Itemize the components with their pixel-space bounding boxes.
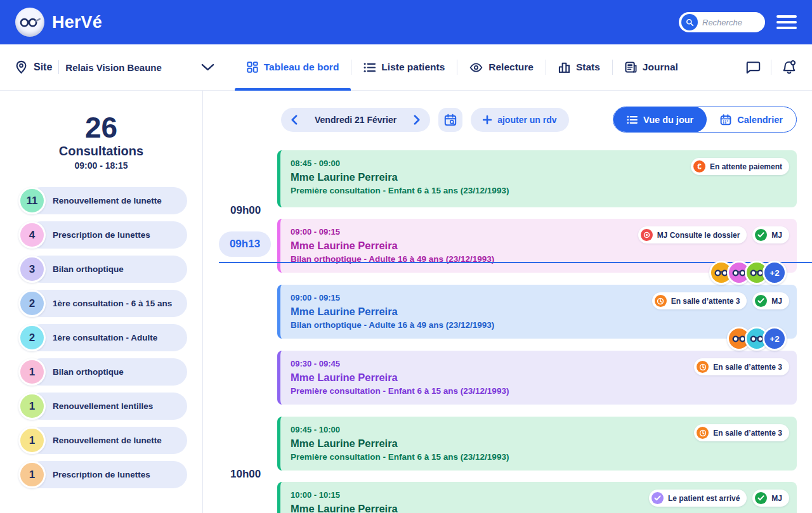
stat-pill: 1 Prescription de lunettes xyxy=(27,461,187,488)
record-icon xyxy=(641,229,653,241)
tab-label: Relecture xyxy=(488,62,534,73)
check-icon xyxy=(755,492,767,504)
stat-pill: 3 Bilan orthoptique xyxy=(27,256,187,283)
view-day-button[interactable]: Vue du jour xyxy=(613,107,707,133)
stat-pill: 4 Prescription de lunettes xyxy=(27,221,187,249)
divider xyxy=(771,60,771,75)
divider xyxy=(58,60,59,74)
search-icon[interactable] xyxy=(681,14,698,30)
stat-count-badge: 11 xyxy=(18,187,46,214)
status-badge: MJ Consulte le dossier xyxy=(638,226,747,244)
stat-count-badge: 4 xyxy=(18,221,46,249)
tab-label: Tableau de bord xyxy=(264,62,339,73)
appointment-card[interactable]: 09:30 - 09:45 Mme Laurine Perreira Premi… xyxy=(277,351,797,405)
stat-count-badge: 1 xyxy=(18,358,46,386)
glasses-logo-icon xyxy=(15,8,44,37)
chevron-down-icon[interactable] xyxy=(201,63,214,71)
clock-icon xyxy=(655,295,667,307)
view-day-label: Vue du jour xyxy=(643,115,693,125)
schedule-area: Vendredi 21 Février ajouter un rdv xyxy=(203,91,812,513)
status-badge: MJ xyxy=(752,292,789,309)
status-badge: En salle d’attente 3 xyxy=(694,358,789,375)
plus-icon xyxy=(483,115,492,124)
badge-label: Le patient est arrivé xyxy=(668,494,740,503)
stat-label: Renouvellement lentilles xyxy=(53,401,153,411)
list-icon xyxy=(363,62,376,73)
appointment-card[interactable]: 09:45 - 10:00 Mme Laurine Perreira Premi… xyxy=(277,417,797,471)
appointment-detail: Première consultation - Enfant 6 à 15 an… xyxy=(291,386,787,396)
chat-icon[interactable] xyxy=(745,60,761,75)
status-badge: € En attente paiement xyxy=(691,158,789,175)
check-icon xyxy=(652,492,664,504)
brand-name: HerVé xyxy=(52,13,102,32)
appointment-detail: Première consultation - Enfant 6 à 15 an… xyxy=(291,452,787,462)
add-rdv-label: ajouter un rdv xyxy=(497,115,556,125)
practitioner-avatars: +2 xyxy=(716,261,787,285)
chevron-right-icon[interactable] xyxy=(414,115,421,125)
journal-icon xyxy=(625,62,637,73)
current-time-pill: 09h13 xyxy=(219,231,271,257)
total-consultations: 26 xyxy=(0,112,202,143)
practitioner-avatars: +2 xyxy=(733,327,787,351)
date-navigator: Vendredi 21 Février xyxy=(281,108,430,132)
badge-label: En salle d’attente 3 xyxy=(671,297,740,306)
badge-label: En salle d’attente 3 xyxy=(713,363,782,372)
euro-icon: € xyxy=(693,160,705,172)
stat-pill: 1 Renouvellement de lunette xyxy=(27,427,187,454)
status-badge: En salle d’attente 3 xyxy=(652,292,747,309)
badge-label: MJ xyxy=(771,297,782,306)
site-selector[interactable]: Site Relais Vision Beaune xyxy=(15,60,214,74)
menu-icon[interactable] xyxy=(776,15,797,29)
total-label: Consultations xyxy=(0,144,202,159)
stat-count-badge: 2 xyxy=(18,290,46,317)
notifications-bell-icon[interactable] xyxy=(782,60,797,75)
topbar: HerVé xyxy=(0,0,812,44)
appointment-detail: Bilan orthoptique - Adulte 16 à 49 ans (… xyxy=(291,320,787,330)
appointment-card[interactable]: 10:00 - 10:15 Mme Laurine Perreira Le pa… xyxy=(277,482,797,513)
view-calendar-button[interactable]: Calendrier xyxy=(707,107,796,133)
view-calendar-label: Calendrier xyxy=(737,115,783,125)
stat-label: 1ère consultation - 6 à 15 ans xyxy=(53,299,172,308)
list-view-icon xyxy=(627,115,638,124)
stat-count-badge: 1 xyxy=(18,427,46,454)
stat-label: Bilan orthoptique xyxy=(53,264,124,274)
search-input[interactable] xyxy=(702,18,763,27)
tab-liste-patients[interactable]: Liste patients xyxy=(351,44,457,90)
stat-pill: 2 1ère consultation - Adulte xyxy=(27,324,187,351)
dashboard-grid-icon xyxy=(247,62,258,73)
stat-count-badge: 2 xyxy=(18,324,46,351)
status-badge: MJ xyxy=(752,226,789,244)
tab-tableau-de-bord[interactable]: Tableau de bord xyxy=(235,44,351,90)
tab-relecture[interactable]: Relecture xyxy=(457,44,546,90)
tab-journal[interactable]: Journal xyxy=(613,44,690,90)
appointment-card[interactable]: 08:45 - 09:00 Mme Laurine Perreira Premi… xyxy=(277,150,797,207)
navbar: Site Relais Vision Beaune Tableau de bor… xyxy=(0,44,812,91)
app-logo: HerVé xyxy=(15,8,102,37)
add-rdv-button[interactable]: ajouter un rdv xyxy=(471,108,568,132)
tab-stats[interactable]: Stats xyxy=(546,44,612,90)
calendar-search-button[interactable] xyxy=(438,108,462,132)
appointment-detail: Première consultation - Enfant 6 à 15 an… xyxy=(291,186,787,195)
status-badge: MJ xyxy=(752,490,789,507)
location-pin-icon xyxy=(15,60,27,74)
chevron-left-icon[interactable] xyxy=(291,115,298,125)
day-hours: 09:00 - 18:15 xyxy=(0,160,202,171)
badge-label: En attente paiement xyxy=(710,162,782,171)
site-label: Site xyxy=(34,62,52,73)
badge-label: MJ Consulte le dossier xyxy=(657,231,740,240)
status-badge: Le patient est arrivé xyxy=(649,490,747,507)
status-badge: En salle d’attente 3 xyxy=(694,424,789,441)
view-toggle: Vue du jour Calendrier xyxy=(613,107,797,133)
badge-label: MJ xyxy=(771,231,782,240)
stat-count-badge: 1 xyxy=(18,461,46,488)
stat-pill: 1 Bilan orthoptique xyxy=(27,358,187,386)
time-label-09h00: 09h00 xyxy=(230,204,261,217)
current-date: Vendredi 21 Février xyxy=(315,115,396,125)
appointment-card[interactable]: 09:00 - 09:15 Mme Laurine Perreira Bilan… xyxy=(277,219,797,273)
check-icon xyxy=(755,295,767,307)
appointment-card[interactable]: 09:00 - 09:15 Mme Laurine Perreira Bilan… xyxy=(277,285,797,339)
search-bar[interactable] xyxy=(679,12,765,32)
stat-label: Renouvellement de lunette xyxy=(53,196,162,205)
stat-label: 1ère consultation - Adulte xyxy=(53,333,157,342)
stat-count-badge: 1 xyxy=(18,393,46,420)
